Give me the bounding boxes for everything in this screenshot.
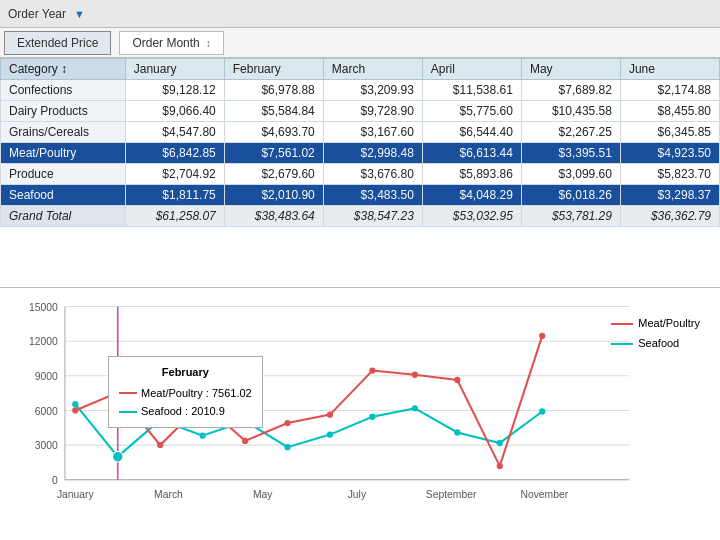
svg-point-32 bbox=[539, 408, 545, 414]
row-value: $3,209.93 bbox=[323, 80, 422, 101]
legend-meat-poultry: Meat/Poultry bbox=[611, 314, 700, 334]
svg-text:March: March bbox=[154, 489, 183, 500]
row-value: $2,267.25 bbox=[521, 122, 620, 143]
filter-dropdown-icon[interactable]: ▼ bbox=[74, 8, 85, 20]
svg-text:May: May bbox=[253, 489, 273, 500]
row-value: $53,781.29 bbox=[521, 206, 620, 227]
row-value: $2,174.88 bbox=[620, 80, 719, 101]
svg-point-31 bbox=[497, 440, 503, 446]
svg-point-36 bbox=[200, 400, 206, 406]
svg-point-28 bbox=[369, 414, 375, 420]
svg-point-33 bbox=[72, 407, 78, 413]
row-value: $11,538.61 bbox=[422, 80, 521, 101]
col-header-jan[interactable]: January bbox=[125, 59, 224, 80]
toolbar: Extended Price Order Month ↕ bbox=[0, 28, 720, 58]
sort-icon: ↕ bbox=[206, 38, 211, 49]
order-month-button[interactable]: Order Month ↕ bbox=[119, 31, 224, 55]
row-value: $6,978.88 bbox=[224, 80, 323, 101]
svg-point-30 bbox=[454, 429, 460, 435]
svg-text:0: 0 bbox=[52, 475, 58, 486]
svg-point-24 bbox=[200, 433, 206, 439]
legend-meat-label: Meat/Poultry bbox=[638, 314, 700, 334]
legend-seafood-label: Seafood bbox=[638, 334, 679, 354]
filter-label: Order Year bbox=[8, 7, 66, 21]
svg-text:15000: 15000 bbox=[29, 302, 58, 313]
col-header-category[interactable]: Category ↕ bbox=[1, 59, 126, 80]
svg-text:9000: 9000 bbox=[35, 371, 58, 382]
col-header-jun[interactable]: June bbox=[620, 59, 719, 80]
svg-point-27 bbox=[327, 431, 333, 437]
chart-svg: 15000 12000 9000 6000 3000 0 January Mar… bbox=[8, 296, 712, 527]
legend-seafood-line bbox=[611, 343, 633, 345]
chart-area: 15000 12000 9000 6000 3000 0 January Mar… bbox=[8, 296, 712, 527]
svg-point-23 bbox=[157, 417, 163, 423]
row-value: $8,455.80 bbox=[620, 101, 719, 122]
table-row[interactable]: Confections$9,128.12$6,978.88$3,209.93$1… bbox=[1, 80, 720, 101]
svg-point-29 bbox=[412, 405, 418, 411]
row-category: Seafood bbox=[1, 185, 126, 206]
row-value: $61,258.07 bbox=[125, 206, 224, 227]
legend-seafood: Seafood bbox=[611, 334, 700, 354]
svg-point-42 bbox=[454, 377, 460, 383]
row-value: $38,547.23 bbox=[323, 206, 422, 227]
row-category: Grains/Cereals bbox=[1, 122, 126, 143]
svg-point-26 bbox=[284, 444, 290, 450]
row-value: $2,010.90 bbox=[224, 185, 323, 206]
row-value: $3,298.37 bbox=[620, 185, 719, 206]
svg-text:12000: 12000 bbox=[29, 336, 58, 347]
data-table: Category ↕ January February March April … bbox=[0, 58, 720, 227]
col-header-mar[interactable]: March bbox=[323, 59, 422, 80]
row-value: $3,676.80 bbox=[323, 164, 422, 185]
row-value: $4,923.50 bbox=[620, 143, 719, 164]
col-header-may[interactable]: May bbox=[521, 59, 620, 80]
row-value: $5,775.60 bbox=[422, 101, 521, 122]
svg-text:September: September bbox=[426, 489, 477, 500]
row-value: $3,099.60 bbox=[521, 164, 620, 185]
row-value: $3,167.60 bbox=[323, 122, 422, 143]
row-value: $6,842.85 bbox=[125, 143, 224, 164]
row-value: $1,811.75 bbox=[125, 185, 224, 206]
svg-point-21 bbox=[72, 401, 78, 407]
svg-text:November: November bbox=[520, 489, 568, 500]
table-row[interactable]: Produce$2,704.92$2,679.60$3,676.80$5,893… bbox=[1, 164, 720, 185]
extended-price-button[interactable]: Extended Price bbox=[4, 31, 111, 55]
table-row[interactable]: Dairy Products$9,066.40$5,584.84$9,728.9… bbox=[1, 101, 720, 122]
table-row[interactable]: Grand Total$61,258.07$38,483.64$38,547.2… bbox=[1, 206, 720, 227]
row-value: $53,032.95 bbox=[422, 206, 521, 227]
row-value: $6,613.44 bbox=[422, 143, 521, 164]
row-category: Produce bbox=[1, 164, 126, 185]
svg-text:6000: 6000 bbox=[35, 406, 58, 417]
row-value: $9,066.40 bbox=[125, 101, 224, 122]
col-header-apr[interactable]: April bbox=[422, 59, 521, 80]
filter-bar: Order Year ▼ bbox=[0, 0, 720, 28]
row-value: $6,544.40 bbox=[422, 122, 521, 143]
svg-point-25 bbox=[242, 418, 248, 424]
svg-text:July: July bbox=[348, 489, 367, 500]
table-row[interactable]: Grains/Cereals$4,547.80$4,693.70$3,167.6… bbox=[1, 122, 720, 143]
row-value: $6,345.85 bbox=[620, 122, 719, 143]
table-row[interactable]: Seafood$1,811.75$2,010.90$3,483.50$4,048… bbox=[1, 185, 720, 206]
row-value: $2,998.48 bbox=[323, 143, 422, 164]
table-section: Category ↕ January February March April … bbox=[0, 58, 720, 288]
svg-point-22 bbox=[113, 451, 123, 462]
chart-legend: Meat/Poultry Seafood bbox=[611, 314, 700, 354]
table-wrapper[interactable]: Category ↕ January February March April … bbox=[0, 58, 720, 287]
col-header-feb[interactable]: February bbox=[224, 59, 323, 80]
row-value: $2,679.60 bbox=[224, 164, 323, 185]
row-value: $3,395.51 bbox=[521, 143, 620, 164]
row-value: $2,704.92 bbox=[125, 164, 224, 185]
row-value: $6,018.26 bbox=[521, 185, 620, 206]
row-value: $36,362.79 bbox=[620, 206, 719, 227]
table-row[interactable]: Meat/Poultry$6,842.85$7,561.02$2,998.48$… bbox=[1, 143, 720, 164]
table-header-row: Category ↕ January February March April … bbox=[1, 59, 720, 80]
row-category: Meat/Poultry bbox=[1, 143, 126, 164]
row-category: Grand Total bbox=[1, 206, 126, 227]
svg-point-35 bbox=[157, 442, 163, 448]
svg-point-43 bbox=[497, 463, 503, 469]
row-value: $10,435.58 bbox=[521, 101, 620, 122]
row-value: $7,689.82 bbox=[521, 80, 620, 101]
chart-section: 15000 12000 9000 6000 3000 0 January Mar… bbox=[0, 288, 720, 535]
row-value: $5,584.84 bbox=[224, 101, 323, 122]
svg-point-37 bbox=[242, 438, 248, 444]
row-value: $9,128.12 bbox=[125, 80, 224, 101]
